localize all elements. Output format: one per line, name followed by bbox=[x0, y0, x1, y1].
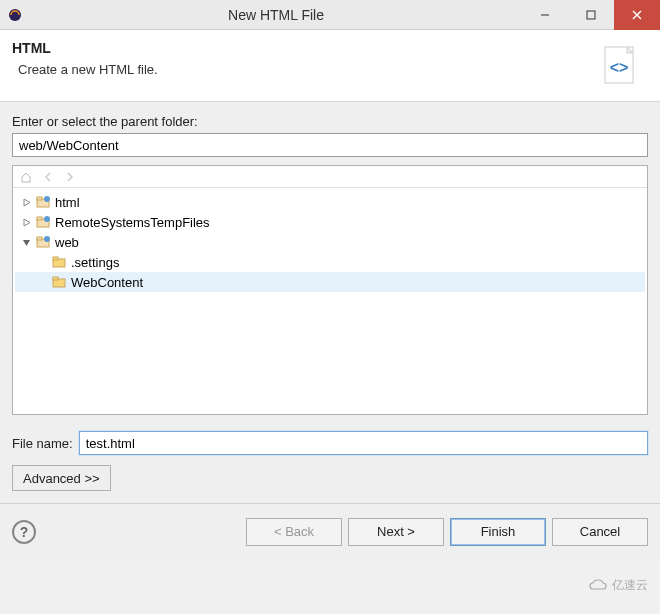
tree-item-label: web bbox=[55, 235, 79, 250]
filename-input[interactable] bbox=[79, 431, 648, 455]
tree-item-label: WebContent bbox=[71, 275, 143, 290]
chevron-right-icon bbox=[35, 255, 49, 269]
chevron-right-icon bbox=[35, 275, 49, 289]
svg-rect-17 bbox=[53, 257, 58, 260]
svg-rect-19 bbox=[53, 277, 58, 280]
watermark: 亿速云 bbox=[588, 577, 648, 594]
project-icon bbox=[35, 214, 51, 230]
tree-item[interactable]: .settings bbox=[15, 252, 645, 272]
svg-point-15 bbox=[44, 236, 50, 242]
titlebar: New HTML File bbox=[0, 0, 660, 30]
back-button[interactable]: < Back bbox=[246, 518, 342, 546]
minimize-button[interactable] bbox=[522, 0, 568, 30]
svg-point-9 bbox=[44, 196, 50, 202]
wizard-footer: ? < Back Next > Finish Cancel bbox=[0, 503, 660, 559]
project-icon bbox=[35, 194, 51, 210]
tree-body[interactable]: htmlRemoteSystemsTempFilesweb.settingsWe… bbox=[13, 188, 647, 296]
chevron-right-icon[interactable] bbox=[19, 215, 33, 229]
close-button[interactable] bbox=[614, 0, 660, 30]
maximize-button[interactable] bbox=[568, 0, 614, 30]
tree-item[interactable]: html bbox=[15, 192, 645, 212]
wizard-content: Enter or select the parent folder: htmlR… bbox=[0, 102, 660, 503]
tree-item[interactable]: WebContent bbox=[15, 272, 645, 292]
eclipse-icon bbox=[0, 0, 30, 30]
svg-rect-8 bbox=[37, 197, 42, 200]
svg-rect-11 bbox=[37, 217, 42, 220]
chevron-down-icon[interactable] bbox=[19, 235, 33, 249]
cancel-button[interactable]: Cancel bbox=[552, 518, 648, 546]
svg-text:<>: <> bbox=[610, 59, 629, 76]
svg-rect-2 bbox=[587, 11, 595, 19]
tree-item-label: html bbox=[55, 195, 80, 210]
svg-rect-14 bbox=[37, 237, 42, 240]
next-button[interactable]: Next > bbox=[348, 518, 444, 546]
wizard-banner: HTML Create a new HTML file. <> bbox=[0, 30, 660, 102]
folder-tree: htmlRemoteSystemsTempFilesweb.settingsWe… bbox=[12, 165, 648, 415]
advanced-button[interactable]: Advanced >> bbox=[12, 465, 111, 491]
tree-item-label: .settings bbox=[71, 255, 119, 270]
banner-description: Create a new HTML file. bbox=[18, 62, 596, 77]
tree-item[interactable]: RemoteSystemsTempFiles bbox=[15, 212, 645, 232]
finish-button[interactable]: Finish bbox=[450, 518, 546, 546]
html-file-icon: <> bbox=[596, 40, 648, 92]
parent-folder-input[interactable] bbox=[12, 133, 648, 157]
window-controls bbox=[522, 0, 660, 30]
tree-toolbar bbox=[13, 166, 647, 188]
home-icon[interactable] bbox=[17, 168, 35, 186]
tree-item-label: RemoteSystemsTempFiles bbox=[55, 215, 210, 230]
chevron-right-icon[interactable] bbox=[19, 195, 33, 209]
banner-title: HTML bbox=[12, 40, 596, 56]
folder-icon bbox=[51, 254, 67, 270]
help-button[interactable]: ? bbox=[12, 520, 36, 544]
parent-folder-label: Enter or select the parent folder: bbox=[12, 114, 648, 129]
filename-label: File name: bbox=[12, 436, 73, 451]
project-icon bbox=[35, 234, 51, 250]
folder-icon bbox=[51, 274, 67, 290]
window-title: New HTML File bbox=[30, 7, 522, 23]
forward-arrow-icon[interactable] bbox=[61, 168, 79, 186]
back-arrow-icon[interactable] bbox=[39, 168, 57, 186]
tree-item[interactable]: web bbox=[15, 232, 645, 252]
svg-point-12 bbox=[44, 216, 50, 222]
